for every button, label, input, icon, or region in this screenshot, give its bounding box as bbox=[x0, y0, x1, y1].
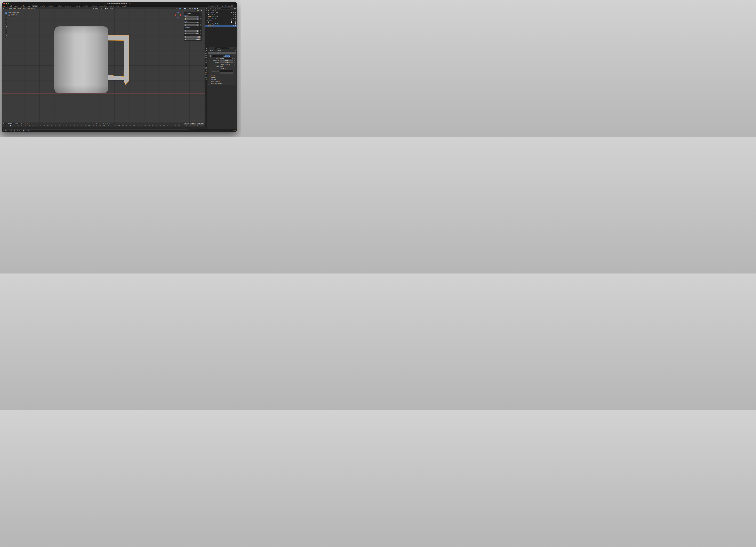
disable-in-render-camera-icon[interactable] bbox=[235, 16, 236, 17]
modifier-extras-dropdown[interactable] bbox=[231, 56, 232, 56]
expand-icon[interactable] bbox=[207, 12, 207, 13]
workspace-tab-texture-paint[interactable]: Texture Paint bbox=[63, 5, 73, 7]
only-rim-checkbox[interactable] bbox=[220, 68, 221, 69]
disable-in-render-camera-icon[interactable] bbox=[235, 21, 236, 23]
tool-transform[interactable] bbox=[5, 26, 7, 28]
menu-render[interactable]: Render bbox=[13, 5, 20, 7]
outliner-row-camera[interactable]: Camera bbox=[205, 15, 237, 17]
playback-menu[interactable]: Playback bbox=[7, 123, 13, 125]
playhead-frame-label[interactable]: 0 bbox=[10, 125, 11, 127]
snap-toggle[interactable] bbox=[105, 8, 107, 9]
transform-panel-title[interactable]: Transform bbox=[186, 13, 191, 14]
lock-icon[interactable] bbox=[199, 18, 201, 19]
outliner-row-mug[interactable]: Mug bbox=[205, 23, 237, 25]
outliner-row-camera-and-light[interactable]: Camera & Light ✓ bbox=[205, 12, 237, 13]
shading-material-button[interactable] bbox=[196, 8, 198, 9]
new-viewlayer-button[interactable]: ⧉ bbox=[231, 5, 233, 7]
hide-in-viewport-eye-icon[interactable] bbox=[233, 18, 234, 19]
timeline-menu-marker[interactable]: Marker bbox=[24, 123, 29, 125]
tab-modifiers[interactable] bbox=[205, 67, 207, 69]
timeline-ruler[interactable]: -505101520253035404550556065707580859095… bbox=[2, 125, 205, 127]
hidden-eye-closed-icon[interactable] bbox=[233, 16, 234, 17]
mug-handle-plane-object[interactable] bbox=[108, 35, 129, 85]
tab-material[interactable] bbox=[205, 78, 207, 80]
timeline-tracks[interactable] bbox=[2, 127, 205, 129]
animate-dot[interactable] bbox=[235, 73, 235, 73]
section-output-vertex-groups[interactable]: Output Vertex Groups bbox=[208, 82, 236, 84]
delete-modifier-button[interactable]: × bbox=[233, 55, 233, 57]
disable-in-render-camera-icon[interactable] bbox=[235, 25, 236, 26]
properties-editor-type-button[interactable] bbox=[205, 47, 209, 49]
hidden-eye-closed-icon[interactable] bbox=[233, 14, 234, 15]
outliner-editor-type-button[interactable] bbox=[205, 8, 209, 9]
tool-measure[interactable] bbox=[5, 31, 7, 34]
properties-search-input[interactable] bbox=[217, 47, 228, 49]
panel-drag-handle-icon[interactable]: :::: bbox=[199, 13, 201, 14]
vertex-group-field[interactable]: ↔ bbox=[220, 70, 235, 72]
hide-in-viewport-eye-icon[interactable] bbox=[233, 21, 234, 23]
collapse-transform-icon[interactable] bbox=[184, 13, 185, 14]
viewlayer-selector[interactable]: ViewLayer ⧉× bbox=[221, 5, 235, 7]
even-thickness-checkbox[interactable] bbox=[220, 64, 221, 65]
disable-in-render-camera-icon[interactable] bbox=[235, 12, 236, 13]
tool-rotate[interactable] bbox=[5, 21, 7, 23]
editor-type-button[interactable] bbox=[3, 8, 6, 9]
gizmo-axis-x-neg[interactable] bbox=[175, 14, 176, 16]
menu-help[interactable]: Help bbox=[26, 5, 31, 7]
xray-toggle[interactable] bbox=[189, 8, 191, 9]
pin-id-icon[interactable] bbox=[234, 50, 236, 51]
viewport-menu-select[interactable]: Select bbox=[22, 8, 26, 9]
playhead-line[interactable] bbox=[11, 127, 11, 129]
workspace-tab-shading[interactable]: Shading bbox=[73, 5, 81, 7]
outliner-row-object[interactable]: Object bbox=[205, 19, 237, 21]
workspace-tab-uv-editing[interactable]: UV Editing bbox=[54, 5, 63, 7]
lock-icon[interactable] bbox=[199, 22, 201, 23]
section-edge-data[interactable]: Edge Data bbox=[208, 79, 236, 81]
scale-y-field[interactable]: Y1.000 bbox=[184, 31, 199, 33]
modifier-drag-handle-icon[interactable]: :::: bbox=[234, 56, 235, 57]
breadcrumb-object[interactable]: Plane bbox=[210, 50, 213, 51]
hide-in-viewport-eye-icon[interactable] bbox=[233, 25, 234, 26]
tab-constraints[interactable] bbox=[205, 74, 207, 76]
visibility-dropdown[interactable] bbox=[176, 8, 178, 9]
expand-icon[interactable] bbox=[208, 24, 209, 24]
workspace-tab-modeling[interactable]: Modeling bbox=[38, 5, 46, 7]
close-window-button[interactable] bbox=[3, 3, 5, 4]
collection-checkbox[interactable] bbox=[231, 20, 232, 21]
tool-cursor[interactable] bbox=[5, 15, 7, 17]
workspace-tab-layout[interactable]: Layout bbox=[32, 5, 38, 7]
gizmos-dropdown[interactable] bbox=[181, 8, 183, 9]
shading-rendered-button[interactable] bbox=[198, 8, 200, 9]
lock-icon[interactable] bbox=[199, 25, 201, 26]
play-reverse-button[interactable]: ◀ bbox=[103, 123, 104, 125]
properties-search[interactable] bbox=[214, 47, 229, 49]
show-overlays-toggle[interactable] bbox=[184, 8, 186, 9]
disable-in-render-camera-icon[interactable] bbox=[235, 14, 236, 15]
outliner-search[interactable] bbox=[214, 8, 230, 9]
timeline-menu-view[interactable]: View bbox=[20, 123, 24, 125]
tab-object[interactable] bbox=[205, 65, 207, 67]
tab-render[interactable] bbox=[205, 52, 207, 54]
viewport-menu-object[interactable]: Object bbox=[31, 8, 35, 9]
viewport-3d[interactable]: Front Orthographic (0) Today | Plane Mil… bbox=[2, 9, 205, 123]
outliner-row-light[interactable]: Light bbox=[205, 17, 237, 19]
scale-x-field[interactable]: X1.000 bbox=[184, 30, 199, 31]
tab-physics[interactable] bbox=[205, 71, 207, 73]
gizmo-axis-y[interactable] bbox=[178, 15, 179, 16]
lock-icon[interactable] bbox=[199, 19, 201, 20]
workspace-tab-scripting[interactable]: Scripting bbox=[121, 5, 128, 7]
hidden-eye-closed-icon[interactable] bbox=[233, 19, 234, 21]
outliner-row-bg[interactable]: BG bbox=[205, 14, 237, 15]
expand-icon[interactable] bbox=[207, 22, 207, 22]
gizmo-axis-x-pos[interactable] bbox=[180, 14, 182, 16]
show-gizmos-toggle[interactable] bbox=[179, 8, 181, 9]
tab-output[interactable] bbox=[205, 54, 207, 56]
tool-annotate[interactable] bbox=[5, 29, 7, 31]
collapse-modifier-icon[interactable] bbox=[209, 56, 210, 56]
proportional-editing-toggle[interactable] bbox=[110, 8, 112, 9]
add-workspace-button[interactable]: + bbox=[128, 5, 131, 7]
offset-field[interactable]: -1.0000 bbox=[220, 62, 233, 63]
blender-logo-icon[interactable] bbox=[3, 5, 5, 7]
show-in-edit-mode-toggle[interactable] bbox=[225, 55, 227, 57]
next-keyframe-button[interactable]: › bbox=[107, 123, 109, 125]
